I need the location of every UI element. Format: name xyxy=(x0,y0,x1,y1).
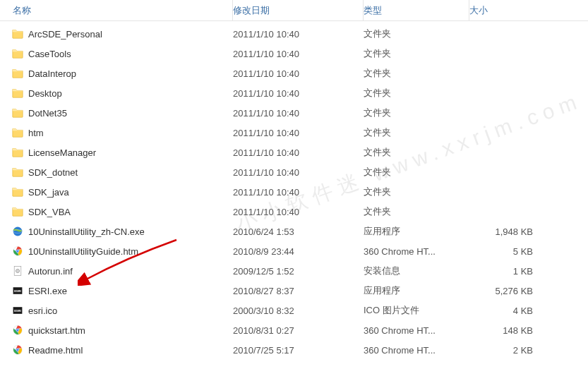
file-date: 2011/1/10 10:40 xyxy=(233,187,364,198)
column-header-date[interactable]: 修改日期 xyxy=(233,0,364,20)
file-size: 4 KB xyxy=(469,306,540,316)
file-name-cell: SDK_dotnet xyxy=(11,166,233,179)
file-row[interactable]: 10UninstallUtilityGuide.htm2010/8/9 23:4… xyxy=(0,241,588,261)
file-date: 2009/12/5 1:52 xyxy=(233,266,364,277)
file-row[interactable]: ESRIesri.ico2000/3/10 8:32ICO 图片文件4 KB xyxy=(0,301,588,320)
file-row[interactable]: DotNet352011/1/10 10:40文件夹 xyxy=(0,103,588,123)
svg-point-8 xyxy=(17,270,18,272)
inf-icon xyxy=(11,265,24,277)
file-row[interactable]: Autorun.inf2009/12/5 1:52安装信息1 KB xyxy=(0,261,588,281)
file-name-cell: SDK_java xyxy=(11,186,233,198)
file-date: 2011/1/10 10:40 xyxy=(233,49,364,59)
file-name: SDK_VBA xyxy=(28,207,71,217)
file-size: 5,276 KB xyxy=(469,286,540,296)
file-name-cell: DataInterop xyxy=(11,67,233,80)
file-type: 文件夹 xyxy=(364,107,469,119)
file-row[interactable]: quickstart.htm2010/8/31 0:27360 Chrome H… xyxy=(0,320,588,340)
chrome-icon xyxy=(11,324,24,337)
file-row[interactable]: CaseTools2011/1/10 10:40文件夹 xyxy=(0,44,588,63)
file-type: 360 Chrome HT... xyxy=(364,246,469,257)
file-date: 2010/7/25 5:17 xyxy=(233,345,364,356)
file-row[interactable]: DataInterop2011/1/10 10:40文件夹 xyxy=(0,63,588,83)
file-name-cell: 10UninstallUtility_zh-CN.exe xyxy=(11,225,233,238)
file-type: 文件夹 xyxy=(364,146,469,159)
file-date: 2011/1/10 10:40 xyxy=(233,128,364,138)
folder-icon xyxy=(11,47,24,60)
folder-icon xyxy=(11,205,24,218)
chrome-icon xyxy=(11,245,24,258)
file-date: 2011/1/10 10:40 xyxy=(233,108,364,119)
file-name-cell: quickstart.htm xyxy=(11,324,233,337)
file-size: 148 KB xyxy=(469,325,540,336)
file-type: 文件夹 xyxy=(364,205,469,218)
file-name-cell: htm xyxy=(11,126,233,139)
file-date: 2011/1/10 10:40 xyxy=(233,167,364,178)
file-date: 2000/3/10 8:32 xyxy=(233,306,364,316)
file-type: 文件夹 xyxy=(364,186,469,198)
file-type: ICO 图片文件 xyxy=(364,304,469,317)
file-row[interactable]: Readme.html2010/7/25 5:17360 Chrome HT..… xyxy=(0,340,588,360)
file-name: SDK_java xyxy=(28,187,69,198)
file-date: 2011/1/10 10:40 xyxy=(233,207,364,217)
file-name: esri.ico xyxy=(28,306,57,316)
file-type: 应用程序 xyxy=(364,284,469,297)
file-row[interactable]: SDK_VBA2011/1/10 10:40文件夹 xyxy=(0,202,588,222)
column-header-type[interactable]: 类型 xyxy=(364,0,469,20)
file-date: 2010/8/31 0:27 xyxy=(233,325,364,336)
file-row[interactable]: SDK_dotnet2011/1/10 10:40文件夹 xyxy=(0,162,588,182)
file-name: DotNet35 xyxy=(28,108,67,119)
file-size: 1,948 KB xyxy=(469,226,540,237)
file-date: 2011/1/10 10:40 xyxy=(233,88,364,99)
file-name-cell: 10UninstallUtilityGuide.htm xyxy=(11,245,233,258)
file-row[interactable]: ESRIESRI.exe2010/8/27 8:37应用程序5,276 KB xyxy=(0,281,588,301)
svg-point-20 xyxy=(16,349,18,351)
file-type: 文件夹 xyxy=(364,166,469,179)
column-header-name[interactable]: 名称 xyxy=(0,0,233,20)
column-header-size[interactable]: 大小 xyxy=(469,0,568,20)
file-type: 文件夹 xyxy=(364,28,469,40)
column-header-row: 名称 修改日期 类型 大小 xyxy=(0,0,588,21)
chrome-icon xyxy=(11,344,24,356)
file-type: 文件夹 xyxy=(364,87,469,99)
folder-icon xyxy=(11,166,24,179)
folder-icon xyxy=(11,87,24,99)
folder-icon xyxy=(11,67,24,80)
file-name-cell: Autorun.inf xyxy=(11,265,233,277)
file-name-cell: Desktop xyxy=(11,87,233,99)
file-type: 360 Chrome HT... xyxy=(364,325,469,336)
file-name: ESRI.exe xyxy=(28,286,67,296)
file-row[interactable]: SDK_java2011/1/10 10:40文件夹 xyxy=(0,182,588,202)
svg-point-5 xyxy=(16,250,18,252)
file-date: 2011/1/10 10:40 xyxy=(233,68,364,79)
file-name-cell: ESRIesri.ico xyxy=(11,304,233,317)
file-name: Readme.html xyxy=(28,345,83,356)
file-list: ArcSDE_Personal2011/1/10 10:40文件夹CaseToo… xyxy=(0,21,588,360)
folder-icon xyxy=(11,107,24,119)
file-name: SDK_dotnet xyxy=(28,167,78,178)
file-type: 应用程序 xyxy=(364,225,469,238)
file-name-cell: SDK_VBA xyxy=(11,205,233,218)
file-date: 2010/8/27 8:37 xyxy=(233,286,364,296)
file-name: DataInterop xyxy=(28,68,76,79)
file-name-cell: ArcSDE_Personal xyxy=(11,28,233,40)
file-name: 10UninstallUtility_zh-CN.exe xyxy=(28,226,145,237)
file-name: LicenseManager xyxy=(28,147,96,158)
file-name-cell: ESRIESRI.exe xyxy=(11,284,233,297)
file-row[interactable]: ArcSDE_Personal2011/1/10 10:40文件夹 xyxy=(0,24,588,44)
file-name-cell: DotNet35 xyxy=(11,107,233,119)
esri-icon: ESRI xyxy=(11,304,24,317)
folder-icon xyxy=(11,28,24,40)
file-row[interactable]: 10UninstallUtility_zh-CN.exe2010/6/24 1:… xyxy=(0,222,588,241)
file-name: htm xyxy=(28,128,44,138)
file-date: 2010/8/9 23:44 xyxy=(233,246,364,257)
folder-icon xyxy=(11,186,24,198)
svg-point-16 xyxy=(16,329,18,331)
file-name: Autorun.inf xyxy=(28,266,73,277)
file-row[interactable]: LicenseManager2011/1/10 10:40文件夹 xyxy=(0,143,588,162)
file-size: 1 KB xyxy=(469,266,540,277)
svg-text:ESRI: ESRI xyxy=(14,289,20,293)
file-row[interactable]: Desktop2011/1/10 10:40文件夹 xyxy=(0,83,588,103)
file-row[interactable]: htm2011/1/10 10:40文件夹 xyxy=(0,123,588,143)
file-type: 文件夹 xyxy=(364,126,469,139)
file-name: Desktop xyxy=(28,88,62,99)
